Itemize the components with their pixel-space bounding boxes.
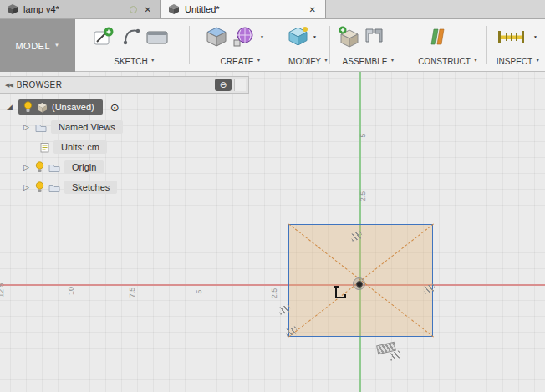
toolbar-divider	[405, 26, 405, 64]
chevron-down-icon: ▼	[473, 58, 478, 63]
close-tab-icon[interactable]: ✕	[307, 5, 318, 14]
fusion-window: 12.5 10 7.5 5 2.5 5 2.5 lamp v4* ✕	[0, 0, 545, 392]
browser-row-named-views[interactable]: ▷ Named Views	[22, 120, 123, 134]
expanded-triangle-icon[interactable]: ◢	[5, 103, 14, 111]
browser-row-sketches[interactable]: ▷ Sketches	[22, 181, 117, 194]
tree-item-label[interactable]: Units: cm	[53, 140, 107, 154]
create-form-button[interactable]	[232, 26, 255, 48]
tab-untitled[interactable]: Untitled* ✕	[161, 0, 326, 18]
minimize-browser-button[interactable]: ⊖	[215, 79, 232, 91]
component-cube-icon	[37, 102, 48, 113]
x-axis-label: 2.5	[270, 288, 278, 299]
chevron-down-icon[interactable]: ▼	[313, 34, 317, 39]
workspace-switcher[interactable]: MODEL ▼	[0, 19, 75, 72]
document-cube-icon	[168, 3, 180, 15]
browser-row-root[interactable]: ◢ (Unsaved) ⊙	[5, 99, 120, 115]
group-label-sketch[interactable]: SKETCH▼	[99, 54, 171, 68]
group-label-modify[interactable]: MODIFY▼	[281, 54, 336, 68]
visibility-bulb-icon[interactable]	[35, 181, 44, 193]
chevron-down-icon: ▼	[150, 58, 155, 63]
origin-point[interactable]	[356, 281, 363, 288]
collapsed-triangle-icon[interactable]: ▷	[22, 183, 31, 191]
toolbar-divider	[278, 26, 278, 64]
chevron-down-icon: ▼	[323, 58, 329, 63]
create-sketch-button[interactable]	[92, 26, 115, 48]
collapsed-triangle-icon[interactable]: ▷	[22, 163, 31, 171]
x-axis-label: 10	[67, 287, 75, 295]
x-axis-label: 7.5	[128, 288, 136, 298]
spline-tool-button[interactable]	[122, 26, 141, 47]
folder-icon	[35, 123, 47, 132]
group-label-assemble[interactable]: ASSEMBLE▼	[333, 54, 405, 68]
tree-item-label[interactable]: Named Views	[51, 120, 123, 134]
toolbar-divider	[486, 26, 487, 64]
group-label-inspect[interactable]: INSPECT▼	[488, 54, 545, 68]
sync-status-icon	[130, 6, 137, 13]
folder-icon	[48, 163, 60, 172]
joint-button[interactable]	[363, 26, 385, 45]
create-solid-button[interactable]	[206, 26, 227, 48]
tree-item-label[interactable]: Sketches	[64, 181, 117, 194]
collapsed-triangle-icon[interactable]: ▷	[22, 123, 31, 131]
units-document-icon	[40, 142, 49, 153]
collapse-panel-icon[interactable]: ◀◀	[5, 82, 13, 89]
x-axis-line	[0, 284, 545, 286]
press-pull-button[interactable]	[288, 26, 308, 47]
chevron-down-icon[interactable]: ▼	[533, 34, 537, 39]
constraint-hash-icon[interactable]	[389, 350, 401, 361]
sketch-origin-axes-icon	[334, 286, 347, 300]
panel-resize-grip[interactable]	[234, 79, 246, 91]
activate-component-radio[interactable]: ⊙	[110, 102, 120, 113]
browser-title: BROWSER	[17, 80, 62, 89]
x-axis-label: 5	[195, 289, 203, 293]
tree-item-label[interactable]: Origin	[64, 160, 104, 174]
document-cube-icon	[7, 3, 18, 15]
browser-row-units[interactable]: Units: cm	[40, 140, 107, 154]
chevron-down-icon[interactable]: ▼	[260, 34, 264, 39]
group-label-construct[interactable]: CONSTRUCT▼	[410, 54, 486, 68]
x-axis-label: 12.5	[0, 283, 5, 298]
chevron-down-icon: ▼	[256, 58, 261, 63]
tab-label: Untitled*	[185, 4, 220, 14]
close-tab-icon[interactable]: ✕	[142, 5, 154, 14]
new-component-button[interactable]	[338, 26, 359, 48]
chevron-down-icon: ▼	[54, 43, 59, 48]
construct-plane-button[interactable]	[428, 26, 448, 48]
y-axis-label: 5	[359, 133, 367, 137]
folder-icon	[48, 183, 60, 192]
measure-button[interactable]	[497, 28, 526, 47]
chevron-down-icon: ▼	[390, 58, 395, 63]
visibility-bulb-icon[interactable]	[23, 101, 33, 113]
toolbar-divider	[189, 26, 190, 64]
tab-label: lamp v4*	[23, 4, 59, 14]
rectangle-tool-button[interactable]	[145, 29, 170, 46]
browser-header: ◀◀ BROWSER ⊖	[0, 76, 249, 94]
y-axis-label: 2.5	[359, 191, 367, 202]
group-label-create[interactable]: CREATE▼	[207, 54, 274, 68]
visibility-bulb-icon[interactable]	[35, 161, 44, 173]
root-document-label: (Unsaved)	[52, 102, 94, 112]
browser-row-origin[interactable]: ▷ Origin	[22, 160, 104, 174]
document-tabbar: lamp v4* ✕ Untitled* ✕	[0, 0, 545, 19]
tab-lamp-v4[interactable]: lamp v4* ✕	[0, 0, 161, 18]
ribbon-toolbar: MODEL ▼ ▼ ▼	[0, 19, 545, 72]
root-document-chip[interactable]: (Unsaved)	[18, 99, 103, 115]
chevron-down-icon: ▼	[535, 58, 540, 63]
